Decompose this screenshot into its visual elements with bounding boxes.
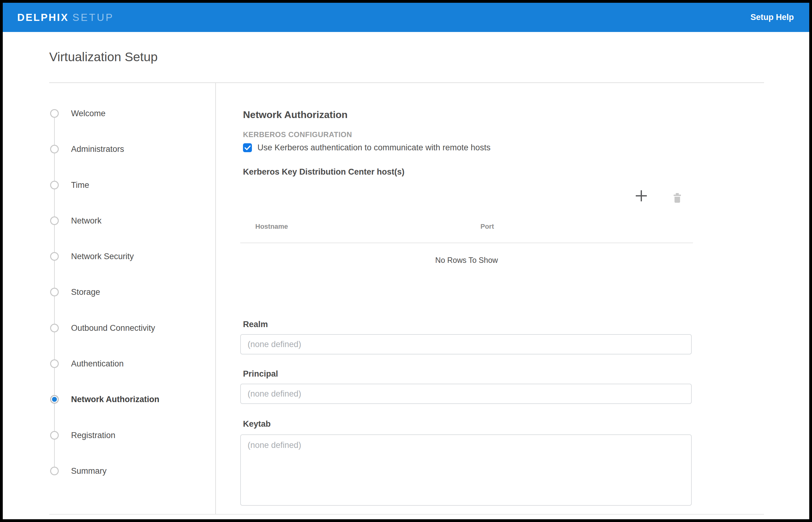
kdc-table-header-port: Port [480,223,494,230]
sidebar-item-welcome[interactable]: Welcome [50,107,105,120]
step-circle-icon [50,324,59,332]
step-circle-icon [50,288,59,296]
brand-primary: DELPHIX [17,12,69,23]
keytab-label: Keytab [243,419,271,429]
setup-help-link[interactable]: Setup Help [751,3,794,32]
step-circle-icon [50,216,59,225]
principal-label: Principal [243,369,278,379]
step-circle-icon [50,359,59,368]
kdc-table-header-divider [240,243,693,243]
brand-secondary: SETUP [73,12,114,23]
principal-input[interactable] [240,384,692,404]
step-circle-icon [50,181,59,189]
delete-kdc-host-button[interactable] [671,191,684,205]
kdc-table-header-hostname: Hostname [255,223,288,230]
title-divider [49,82,764,83]
realm-label: Realm [243,320,268,329]
kdc-table-empty-state: No Rows To Show [240,256,693,265]
sidebar-item-registration[interactable]: Registration [50,429,115,441]
keytab-textarea[interactable] [240,435,692,506]
use-kerberos-checkbox[interactable] [243,143,252,152]
use-kerberos-row: Use Kerberos authentication to communica… [243,143,491,153]
step-circle-icon [50,431,59,440]
step-circle-active-icon [50,395,59,404]
app-window: DELPHIX SETUP Setup Help Virtualization … [0,0,812,522]
delphix-setup-logo: DELPHIX SETUP [17,3,114,32]
sidebar-divider [215,82,216,514]
footer-divider [49,514,764,515]
page-title: Virtualization Setup [49,50,158,64]
step-circle-icon [50,467,59,475]
trash-icon [672,193,682,203]
sidebar-item-network-authorization[interactable]: Network Authorization [50,393,159,405]
step-circle-icon [50,145,59,154]
sidebar-item-administrators[interactable]: Administrators [50,143,124,155]
add-kdc-host-button[interactable] [635,189,648,203]
use-kerberos-label: Use Kerberos authentication to communica… [257,143,491,153]
sidebar-item-outbound-connectivity[interactable]: Outbound Connectivity [50,322,155,334]
sidebar-item-authentication[interactable]: Authentication [50,358,124,370]
checkmark-icon [244,145,251,150]
kdc-hosts-label: Kerberos Key Distribution Center host(s) [243,167,404,177]
sidebar-item-network[interactable]: Network [50,215,101,227]
kerberos-configuration-heading: KERBEROS CONFIGURATION [243,130,352,139]
sidebar-item-time[interactable]: Time [50,179,89,191]
sidebar-item-network-security[interactable]: Network Security [50,250,134,263]
realm-input[interactable] [240,334,692,355]
setup-page: DELPHIX SETUP Setup Help Virtualization … [3,3,809,519]
step-circle-icon [50,109,59,118]
sidebar-item-summary[interactable]: Summary [50,465,107,477]
sidebar-item-storage[interactable]: Storage [50,286,100,298]
step-circle-icon [50,252,59,261]
app-header: DELPHIX SETUP Setup Help [3,3,809,32]
section-title: Network Authorization [243,109,348,121]
plus-icon [635,190,648,202]
